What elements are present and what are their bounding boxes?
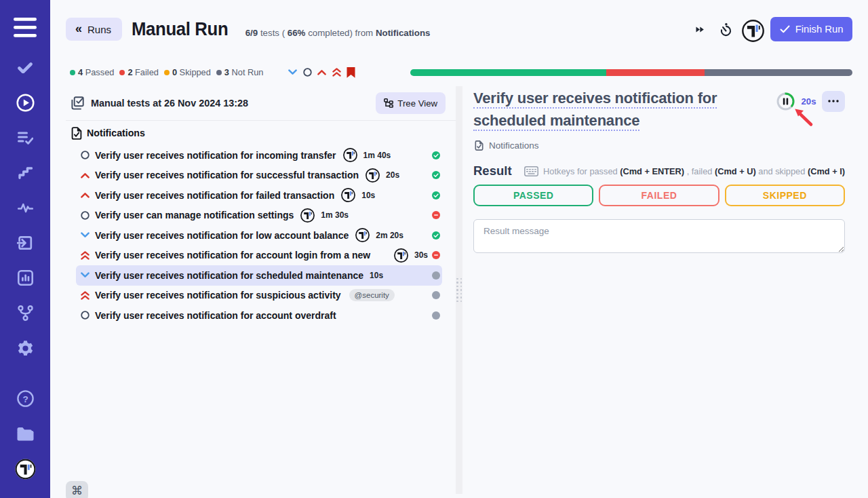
sidebar-logo[interactable] bbox=[0, 451, 50, 486]
test-status-failed-icon bbox=[432, 211, 440, 219]
verdict-passed-button[interactable]: PASSED bbox=[473, 185, 593, 206]
test-title: Verify user receives notification for in… bbox=[95, 150, 336, 161]
checklist-icon bbox=[71, 96, 84, 110]
test-title: Verify user receives notification for su… bbox=[95, 290, 341, 301]
sidebar-item-import[interactable] bbox=[0, 225, 50, 261]
test-title: Verify user receives notification for sc… bbox=[95, 270, 363, 281]
test-status-not_run-icon bbox=[432, 311, 440, 320]
verdict-failed-button[interactable]: FAILED bbox=[599, 185, 719, 206]
page-title: Manual Run bbox=[132, 18, 228, 40]
test-row[interactable]: Verify user receives notification for sc… bbox=[76, 265, 442, 286]
sidebar-item-menu[interactable] bbox=[0, 9, 50, 45]
sidebar-item-test-plans[interactable] bbox=[0, 120, 50, 155]
file-check-icon bbox=[71, 127, 82, 140]
run-progress-bar bbox=[410, 69, 852, 77]
run-name: Manual tests at 26 Nov 2024 13:28 bbox=[91, 98, 248, 109]
pause-timer-button[interactable] bbox=[776, 92, 795, 111]
suite-name: Notifications bbox=[87, 128, 145, 138]
test-detail-panel: Verify user receives notification for sc… bbox=[462, 86, 868, 498]
test-title: Verify user receives notification for fa… bbox=[95, 190, 334, 201]
tree-icon bbox=[384, 98, 393, 108]
test-row[interactable]: Verify user receives notification for fa… bbox=[76, 185, 442, 206]
priority-blocker-icon[interactable] bbox=[347, 67, 355, 78]
verdict-skipped-button[interactable]: SKIPPED bbox=[725, 185, 845, 206]
progress-segment-passed bbox=[410, 69, 606, 77]
count-text: 3 Not Run bbox=[224, 67, 264, 77]
test-duration: 1m 30s bbox=[321, 210, 349, 220]
test-duration: 10s bbox=[370, 271, 383, 280]
priority-highest-icon[interactable] bbox=[332, 68, 341, 77]
command-shortcut-badge[interactable]: ⌘ bbox=[66, 481, 88, 498]
priority-highest-icon bbox=[80, 291, 90, 300]
sidebar-item-runs[interactable] bbox=[0, 85, 50, 121]
status-dot bbox=[119, 70, 125, 75]
test-duration: 20s bbox=[386, 170, 399, 180]
topbar: « Runs Manual Run 6/9 tests ( 66% comple… bbox=[50, 0, 868, 58]
sidebar-item-steps[interactable] bbox=[0, 155, 50, 191]
hotkeys-hint-part: (Cmd + U) bbox=[715, 166, 756, 176]
test-row[interactable]: Verify user receives notification for su… bbox=[76, 286, 442, 306]
tree-view-button[interactable]: Tree View bbox=[376, 92, 446, 114]
help-icon: ? bbox=[17, 390, 34, 407]
test-status-not_run-icon bbox=[432, 291, 440, 299]
timer-button[interactable] bbox=[717, 18, 734, 41]
priority-high-icon[interactable] bbox=[317, 69, 326, 75]
priority-normal-icon[interactable] bbox=[303, 68, 312, 77]
suite-header[interactable]: Notifications bbox=[66, 126, 456, 140]
test-status-passed-icon bbox=[432, 191, 440, 199]
priority-low-icon bbox=[80, 272, 90, 278]
sidebar-item-projects[interactable] bbox=[0, 417, 50, 452]
test-title: Verify user receives notification for ac… bbox=[95, 250, 387, 261]
test-duration: 1m 40s bbox=[363, 151, 391, 160]
priority-high-icon bbox=[80, 172, 90, 178]
pulse-icon bbox=[18, 203, 33, 213]
sidebar-item-settings[interactable] bbox=[0, 330, 50, 366]
test-detail-title[interactable]: Verify user receives notification for sc… bbox=[473, 87, 745, 132]
timer-value: 20s bbox=[801, 96, 816, 107]
test-row[interactable]: Verify user receives notification for su… bbox=[76, 166, 442, 186]
fast-forward-button[interactable] bbox=[692, 18, 708, 41]
result-heading: Result bbox=[473, 164, 512, 178]
test-duration: 30s bbox=[414, 250, 428, 260]
test-status-passed-icon bbox=[432, 231, 440, 240]
progress-segment-failed bbox=[606, 69, 705, 77]
back-to-runs-label: Runs bbox=[87, 24, 111, 35]
test-row[interactable]: Verify user receives notification for in… bbox=[76, 145, 442, 166]
tests-icon bbox=[18, 62, 33, 73]
test-row[interactable]: Verify user receives notification for ac… bbox=[76, 305, 442, 326]
sidebar-item-pulse[interactable] bbox=[0, 191, 50, 226]
panel-splitter[interactable] bbox=[456, 86, 462, 494]
sidebar-item-analytics[interactable] bbox=[0, 261, 50, 296]
chevrons-left-icon: « bbox=[75, 22, 82, 36]
sidebar-item-branches[interactable] bbox=[0, 296, 50, 331]
priority-normal-icon bbox=[80, 211, 90, 220]
hotkeys-hint-part: Hotkeys for passed bbox=[543, 166, 620, 176]
test-tag: @security bbox=[349, 289, 395, 301]
finish-run-button[interactable]: Finish Run bbox=[770, 17, 852, 41]
runs-icon bbox=[16, 94, 35, 112]
test-row[interactable]: Verify user can manage notification sett… bbox=[76, 206, 442, 226]
priority-normal-icon bbox=[80, 311, 90, 320]
annotation-arrow-icon bbox=[792, 105, 815, 131]
testomat-badge-icon bbox=[341, 188, 355, 202]
breadcrumb[interactable]: Notifications bbox=[473, 138, 845, 152]
test-status-passed-icon bbox=[432, 151, 440, 159]
test-title: Verify user receives notification for ac… bbox=[95, 310, 336, 321]
run-progress-summary-part: 66% bbox=[288, 28, 306, 38]
testomat-logo[interactable] bbox=[742, 20, 764, 43]
count-not-run: 3 Not Run bbox=[216, 67, 264, 77]
file-check-icon bbox=[475, 140, 484, 151]
result-message-input[interactable] bbox=[473, 219, 845, 253]
progress-segment-not_run bbox=[705, 69, 852, 77]
run-progress-summary: 6/9 tests ( 66% completed) from Notifica… bbox=[245, 28, 431, 38]
test-row[interactable]: Verify user receives notification for lo… bbox=[76, 225, 442, 246]
priority-low-icon[interactable] bbox=[288, 69, 297, 75]
test-row[interactable]: Verify user receives notification for ac… bbox=[76, 246, 442, 266]
sidebar-item-tests[interactable] bbox=[0, 50, 50, 85]
sidebar-item-help[interactable]: ? bbox=[0, 381, 50, 417]
more-actions-button[interactable] bbox=[822, 91, 846, 113]
keyboard-icon bbox=[524, 166, 538, 176]
back-to-runs-button[interactable]: « Runs bbox=[66, 18, 122, 41]
testomat-badge-icon bbox=[366, 168, 380, 183]
analytics-icon bbox=[18, 270, 33, 286]
